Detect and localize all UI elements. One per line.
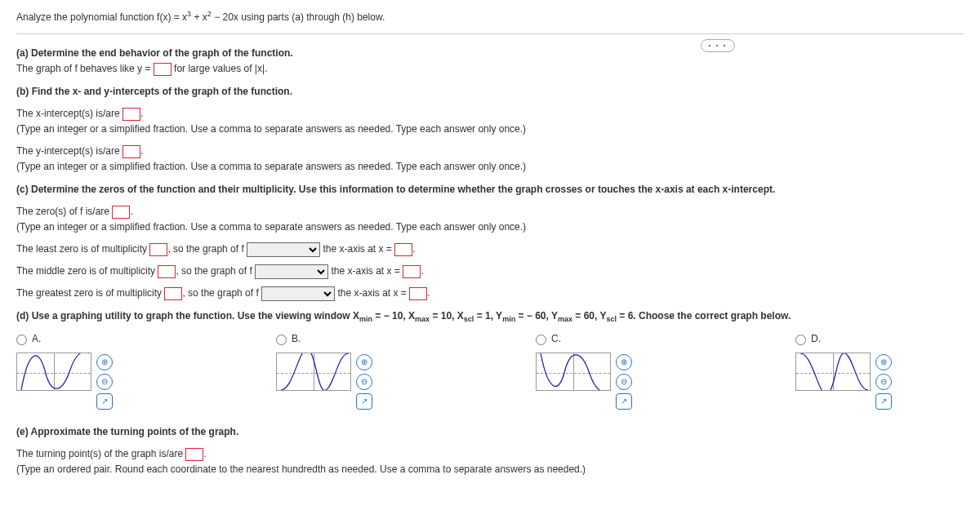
opt-a-label: A. — [32, 331, 41, 347]
b-yintercept-input[interactable] — [122, 145, 140, 158]
b-xintercept-input[interactable] — [122, 108, 140, 121]
popout-icon[interactable]: ↗ — [96, 393, 113, 410]
opt-d-label: D. — [811, 331, 821, 347]
part-e-hint: (Type an ordered pair. Round each coordi… — [16, 462, 964, 477]
zoom-out-icon[interactable]: ⊖ — [96, 374, 113, 390]
opt-d-graph — [795, 353, 871, 391]
zoom-out-icon[interactable]: ⊖ — [356, 374, 372, 390]
opt-a-radio[interactable] — [16, 335, 27, 345]
opt-c-label: C. — [551, 331, 561, 347]
part-c-greatest: The greatest zero is of multiplicity , s… — [16, 286, 964, 301]
part-b-xhint: (Type an integer or a simplified fractio… — [16, 122, 964, 137]
opt-b-label: B. — [292, 331, 301, 347]
zoom-out-icon[interactable]: ⊖ — [875, 374, 892, 390]
c-middle-dropdown[interactable] — [255, 264, 328, 279]
c-greatest-x-input[interactable] — [409, 287, 427, 300]
e-turning-input[interactable] — [185, 448, 203, 461]
opt-c-radio[interactable] — [536, 335, 546, 345]
c-least-x-input[interactable] — [394, 243, 412, 256]
zoom-in-icon[interactable]: ⊕ — [616, 354, 632, 370]
part-d-options: A. ⊕ ⊖ ↗ B. ⊕ ⊖ — [16, 331, 964, 409]
part-b-yline: The y-intercept(s) is/are . — [16, 144, 964, 159]
zoom-out-icon[interactable]: ⊖ — [616, 374, 632, 390]
c-least-dropdown[interactable] — [247, 242, 320, 257]
zoom-in-icon[interactable]: ⊕ — [875, 354, 892, 370]
opt-d-radio[interactable] — [795, 335, 806, 345]
opt-b-radio[interactable] — [276, 335, 287, 345]
c-greatest-dropdown[interactable] — [261, 286, 335, 301]
popout-icon[interactable]: ↗ — [616, 393, 632, 410]
divider — [16, 33, 964, 34]
opt-c-graph — [536, 353, 611, 391]
part-c-heading: (c) Determine the zeros of the function … — [16, 182, 964, 197]
popout-icon[interactable]: ↗ — [356, 393, 372, 410]
part-c-zeros-line: The zero(s) of f is/are . — [16, 204, 964, 220]
problem-intro: Analyze the polynomial function f(x) = x… — [16, 8, 964, 30]
part-a-heading: (a) Determine the end behavior of the gr… — [16, 46, 964, 61]
zoom-in-icon[interactable]: ⊕ — [356, 354, 372, 370]
popout-icon[interactable]: ↗ — [875, 393, 892, 410]
opt-b-graph — [276, 353, 351, 391]
part-c-hint: (Type an integer or a simplified fractio… — [16, 220, 964, 235]
c-zeros-input[interactable] — [112, 206, 130, 219]
part-b-xline: The x-intercept(s) is/are . — [16, 106, 964, 122]
c-greatest-mult-input[interactable] — [164, 287, 182, 300]
part-c-middle: The middle zero is of multiplicity , so … — [16, 264, 964, 279]
part-a-line: The graph of f behaves like y = for larg… — [16, 61, 964, 77]
part-b-heading: (b) Find the x- and y-intercepts of the … — [16, 84, 964, 100]
zoom-in-icon[interactable]: ⊕ — [96, 354, 113, 370]
c-middle-mult-input[interactable] — [158, 265, 176, 278]
part-e-heading: (e) Approximate the turning points of th… — [16, 424, 964, 440]
part-c-least: The least zero is of multiplicity , so t… — [16, 242, 964, 257]
c-least-mult-input[interactable] — [149, 243, 167, 256]
part-e-line: The turning point(s) of the graph is/are… — [16, 446, 964, 462]
ellipsis-pill[interactable]: • • • — [701, 39, 735, 52]
a-behavior-input[interactable] — [154, 63, 172, 76]
part-b-yhint: (Type an integer or a simplified fractio… — [16, 159, 964, 175]
part-d-heading: (d) Use a graphing utility to graph the … — [16, 308, 964, 326]
c-middle-x-input[interactable] — [403, 265, 421, 278]
opt-a-graph — [16, 353, 91, 391]
